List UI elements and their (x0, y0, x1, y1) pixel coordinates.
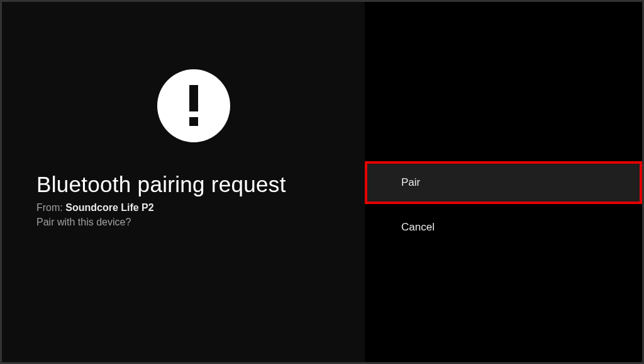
pair-button-label: Pair (401, 176, 420, 189)
cancel-button[interactable]: Cancel (365, 207, 642, 247)
dialog-content-pane: Bluetooth pairing request From: Soundcor… (2, 2, 365, 362)
alert-icon (157, 69, 230, 142)
pairing-dialog: Bluetooth pairing request From: Soundcor… (2, 2, 642, 362)
from-line: From: Soundcore Life P2 (36, 202, 154, 213)
from-label: From: (36, 202, 65, 213)
prompt-text: Pair with this device? (36, 217, 131, 228)
pair-button[interactable]: Pair (365, 162, 642, 203)
actions-pane: Pair Cancel (365, 2, 642, 362)
device-name: Soundcore Life P2 (65, 202, 153, 213)
svg-rect-0 (189, 85, 198, 111)
dialog-title: Bluetooth pairing request (36, 172, 286, 197)
svg-rect-1 (189, 117, 198, 126)
cancel-button-label: Cancel (401, 221, 435, 234)
